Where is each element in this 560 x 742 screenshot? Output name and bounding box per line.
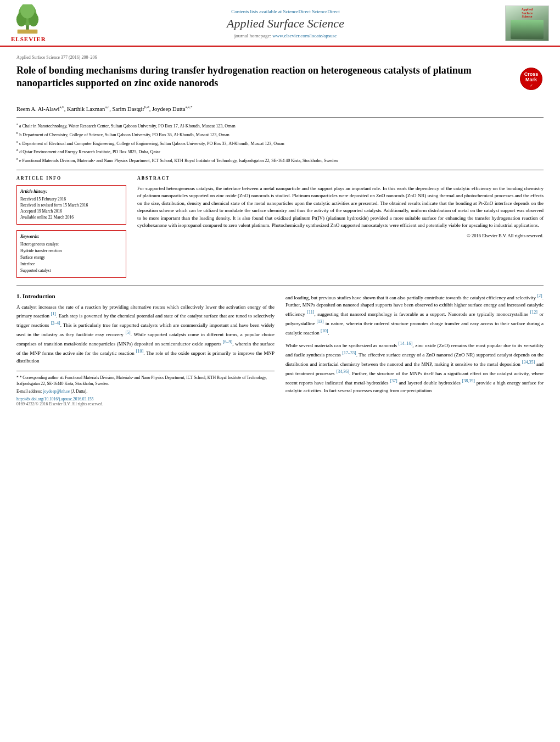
ref-34-35: [34,35] [522, 360, 535, 365]
ref-10r: [10] [321, 328, 328, 333]
issn-text: 0169-4332/© 2016 Elsevier B.V. All right… [16, 401, 275, 406]
keyword-3: Surface energy [20, 254, 122, 261]
email-label: E-mail address: [16, 389, 42, 394]
intro-paragraph-1: A catalyst increases the rate of a react… [16, 304, 275, 366]
journal-header-center: Contents lists available at ScienceDirec… [77, 9, 494, 38]
crossmark-area[interactable]: Cross Mark ✓ [519, 66, 544, 92]
email-name: (J. Dutta). [71, 389, 87, 394]
abstract-header: ABSTRACT [137, 176, 544, 181]
ref-11: [11] [307, 310, 314, 315]
homepage-label: journal homepage: [234, 33, 272, 38]
journal-title: Applied Surface Science [88, 16, 483, 31]
body-section: 1. Introduction A catalyst increases the… [16, 286, 544, 406]
ref-6-9: [6–9] [223, 339, 232, 344]
cover-title: AppliedSurfaceScience [522, 8, 533, 19]
footnotes: * * Corresponding author at: Functional … [16, 371, 275, 406]
author-1-sup: a,b [59, 105, 64, 109]
authors-line: Reem A. Al-Alawia,b, Karthik Laxmana,c, … [16, 104, 544, 113]
abstract-column: ABSTRACT For supported heterogeneous cat… [137, 176, 544, 278]
article-title: Role of bonding mechanisms during transf… [16, 64, 513, 90]
affiliation-d: d d Qatar Environment and Energy Researc… [16, 147, 544, 155]
affiliation-e: e e Functional Materials Division, Mater… [16, 156, 544, 164]
sciencedirect-text: Contents lists available at ScienceDirec… [231, 9, 311, 14]
svg-text:✓: ✓ [530, 83, 533, 87]
intro-title: 1. Introduction [16, 293, 275, 299]
keyword-4: Interface [20, 261, 122, 267]
body-two-col: 1. Introduction A catalyst increases the… [16, 293, 544, 406]
section-number: 1. [16, 293, 21, 299]
author-4-sup: a,e,* [185, 105, 192, 109]
author-4: Joydeep Dutta [152, 106, 185, 112]
affiliation-b: b b Department of Chemistry, College of … [16, 130, 544, 138]
ref-10: [10] [136, 349, 143, 354]
affiliations-section: a a Chair in Nanotechnology, Water Resea… [16, 118, 544, 164]
ref-2-4: [2–4] [51, 321, 60, 326]
keyword-1: Heterogeneous catalyst [20, 241, 122, 248]
journal-cover-image: AppliedSurfaceScience [505, 5, 549, 41]
author-2-sup: a,c [105, 105, 109, 109]
author-1: Reem A. Al-Alawi [16, 106, 59, 112]
received-date: Received 15 February 2016 [20, 196, 122, 202]
info-abstract-section: ARTICLE INFO Article history: Received 1… [16, 170, 544, 278]
author-3-sup: b,d [144, 105, 149, 109]
ref-13: [13] [316, 319, 323, 324]
keyword-2: Hydride transfer reaction [20, 248, 122, 254]
ref-34-36: [34,36] [337, 369, 349, 374]
elsevier-tree-icon [11, 4, 44, 35]
article-info-header: ARTICLE INFO [16, 176, 126, 181]
copyright-text: © 2016 Elsevier B.V. All rights reserved… [137, 233, 544, 238]
svg-rect-6 [18, 30, 38, 34]
elsevier-logo-area: ELSEVIER [11, 4, 77, 42]
ref-14-16: [14–16] [399, 341, 412, 346]
author-2: Karthik Laxman [67, 106, 105, 112]
left-column: ARTICLE INFO Article history: Received 1… [16, 176, 126, 278]
homepage-link[interactable]: www.elsevier.com/locate/apsusc [272, 33, 337, 38]
section-title-text: Introduction [23, 293, 55, 299]
elsevier-wordmark: ELSEVIER [11, 36, 46, 42]
doi-text[interactable]: http://dx.doi.org/10.1016/j.apsusc.2016.… [16, 397, 275, 401]
affiliation-c: c c Department of Electrical and Compute… [16, 139, 544, 147]
journal-homepage: journal homepage: www.elsevier.com/locat… [88, 33, 483, 38]
body-left-col: 1. Introduction A catalyst increases the… [16, 293, 275, 406]
email-link[interactable]: joydeep@kth.se [43, 389, 70, 394]
body-right-col: and loading, but previous studies have s… [285, 293, 544, 406]
intro-paragraph-2: and loading, but previous studies have s… [285, 293, 544, 338]
corresponding-note: * * Corresponding author at: Functional … [16, 375, 275, 387]
article-content: Applied Surface Science 377 (2016) 200–2… [0, 47, 560, 415]
journal-header: ELSEVIER Contents lists available at Sci… [0, 0, 560, 47]
ref-1: [1] [51, 311, 56, 316]
ref-17-33: [17–33] [342, 350, 356, 355]
keywords-box: Keywords: Heterogeneous catalyst Hydride… [16, 230, 126, 278]
sciencedirect-brand: ScienceDirect [312, 9, 339, 14]
abstract-text: For supported heterogeneous catalysis, t… [137, 185, 544, 230]
ref-37: [37] [390, 378, 397, 383]
ref-5: [5] [125, 330, 130, 335]
sciencedirect-link[interactable]: Contents lists available at ScienceDirec… [88, 9, 483, 14]
ref-12: [12] [530, 310, 537, 315]
keywords-label: Keywords: [20, 234, 122, 239]
accepted-date: Accepted 19 March 2016 [20, 208, 122, 214]
affiliation-a: a a Chair in Nanotechnology, Water Resea… [16, 121, 544, 130]
journal-ref: Applied Surface Science 377 (2016) 200–2… [16, 55, 544, 60]
intro-paragraph-3: While several materials can be synthesiz… [285, 341, 544, 395]
page: ELSEVIER Contents lists available at Sci… [0, 0, 560, 742]
email-line: E-mail address: joydeep@kth.se (J. Dutta… [16, 388, 275, 394]
journal-cover-area: AppliedSurfaceScience [494, 5, 549, 41]
history-label: Article history: [20, 189, 122, 194]
received-revised-date: Received in revised form 15 March 2016 [20, 202, 122, 208]
ref-38-39: [38,39] [462, 378, 475, 383]
svg-text:Cross: Cross [524, 71, 539, 77]
author-3: Sarim Dastgir [112, 106, 144, 112]
crossmark-icon: Cross Mark ✓ [519, 66, 544, 91]
elsevier-logo: ELSEVIER [11, 4, 46, 42]
available-date: Available online 22 March 2016 [20, 214, 122, 220]
title-section: Role of bonding mechanisms during transf… [16, 64, 544, 98]
article-history-box: Article history: Received 15 February 20… [16, 185, 126, 225]
keyword-5: Supported catalyst [20, 267, 122, 274]
svg-text:Mark: Mark [525, 77, 537, 82]
ref-2r: [2] [537, 293, 542, 298]
